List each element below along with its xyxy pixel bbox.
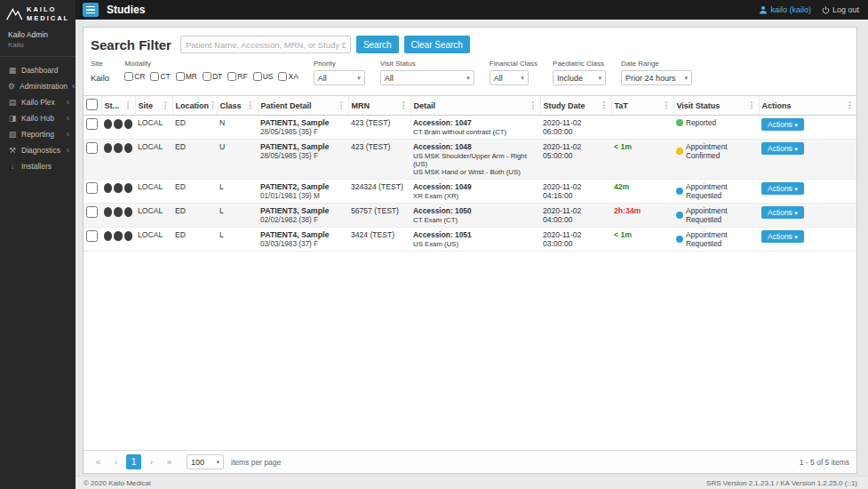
status-icon[interactable] xyxy=(124,207,132,217)
modality-checkbox-us[interactable]: US xyxy=(253,72,274,81)
modality-checkbox-rf[interactable]: RF xyxy=(227,72,247,81)
sidebar-item-kailo-plex[interactable]: ▤Kailo Plex‹ xyxy=(0,94,76,110)
modality-checkbox-input-rf[interactable] xyxy=(227,72,236,81)
search-input[interactable] xyxy=(180,36,351,53)
paediatric-class-select[interactable]: Include▾ xyxy=(553,70,606,85)
page-size-select[interactable]: 100▾ xyxy=(187,454,224,469)
row-actions-button[interactable]: Actions ▾ xyxy=(761,118,804,131)
column-menu-icon[interactable]: ⋮ xyxy=(530,101,538,109)
modality-checkbox-dt[interactable]: DT xyxy=(203,72,222,81)
modality-checkbox-input-us[interactable] xyxy=(253,72,262,81)
column-header-status[interactable]: St... xyxy=(105,101,120,110)
row-actions-button[interactable]: Actions ▾ xyxy=(761,206,804,219)
modality-checkbox-ct[interactable]: CT xyxy=(150,72,170,81)
modality-checkbox-input-dt[interactable] xyxy=(203,72,211,81)
sidebar-item-installers[interactable]: ↓Installers xyxy=(0,158,76,174)
column-header-study-date[interactable]: Study Date xyxy=(544,101,585,110)
column-menu-icon[interactable]: ⋮ xyxy=(247,101,255,109)
status-icon[interactable] xyxy=(124,231,132,241)
status-icon[interactable] xyxy=(124,143,132,153)
page-first-button[interactable]: « xyxy=(91,454,106,469)
priority-select[interactable]: All▾ xyxy=(314,70,365,85)
status-icon[interactable] xyxy=(124,183,132,193)
date-range-select[interactable]: Prior 24 hours▾ xyxy=(621,70,692,85)
status-icon[interactable] xyxy=(104,119,112,129)
table-row: LOCAL ED N PATIENT1, Sample 28/05/1985 (… xyxy=(84,116,856,140)
logo-line2: MEDICAL xyxy=(27,14,69,23)
column-header-site[interactable]: Site xyxy=(139,101,154,110)
sidebar-item-diagnostics[interactable]: ⚒Diagnostics‹ xyxy=(0,142,76,158)
search-filter-heading: Search Filter xyxy=(91,37,171,52)
row-checkbox[interactable] xyxy=(86,230,98,242)
select-all-checkbox[interactable] xyxy=(86,99,98,110)
modality-checkbox-input-ct[interactable] xyxy=(150,72,159,81)
column-menu-icon[interactable]: ⋮ xyxy=(209,101,217,109)
modality-checkbox-input-xa[interactable] xyxy=(278,72,287,81)
clear-search-button[interactable]: Clear Search xyxy=(404,36,470,53)
cell-study-date: 2020-11-02 04:00:00 xyxy=(540,204,611,228)
detail-line: CT Brain without contrast (CT) xyxy=(413,128,538,136)
status-icon[interactable] xyxy=(104,231,112,241)
sidebar-item-dashboard[interactable]: ▦Dashboard xyxy=(0,62,76,78)
page-next-button[interactable]: › xyxy=(144,454,159,469)
status-icon[interactable] xyxy=(114,143,122,153)
status-icon[interactable] xyxy=(114,119,122,129)
column-header-patient-detail[interactable]: Patient Detail xyxy=(261,101,312,110)
column-menu-icon[interactable]: ⋮ xyxy=(846,101,854,109)
row-actions-button[interactable]: Actions ▾ xyxy=(761,142,804,155)
cell-visit-status: Reported xyxy=(673,116,759,140)
status-icon[interactable] xyxy=(104,183,112,193)
modality-checkbox-mr[interactable]: MR xyxy=(176,72,197,81)
user-account-link[interactable]: kailo (kailo) xyxy=(759,5,811,14)
column-menu-icon[interactable]: ⋮ xyxy=(601,101,609,109)
column-menu-icon[interactable]: ⋮ xyxy=(338,101,346,109)
status-icon[interactable] xyxy=(114,231,122,241)
visit-status-select[interactable]: All▾ xyxy=(380,70,474,85)
status-icon[interactable] xyxy=(114,183,122,193)
row-actions-button[interactable]: Actions ▾ xyxy=(761,182,804,195)
row-checkbox[interactable] xyxy=(86,118,98,130)
row-checkbox[interactable] xyxy=(86,206,98,218)
sidebar-item-kailo-hub[interactable]: ◨Kailo Hub‹ xyxy=(0,110,76,126)
column-header-actions[interactable]: Actions xyxy=(762,101,792,110)
table-row: LOCAL ED L PATIENT4, Sample 03/03/1983 (… xyxy=(84,228,856,252)
cell-study-date: 2020-11-02 03:00:00 xyxy=(540,228,611,252)
column-menu-icon[interactable]: ⋮ xyxy=(748,101,756,109)
modality-checkbox-input-mr[interactable] xyxy=(176,72,185,81)
sidebar-item-reporting[interactable]: ▧Reporting‹ xyxy=(0,126,76,142)
status-icon[interactable] xyxy=(104,143,112,153)
modality-checkbox-input-cr[interactable] xyxy=(124,72,133,81)
search-button[interactable]: Search xyxy=(356,36,399,53)
patient-name: PATIENT1, Sample xyxy=(260,118,346,127)
column-header-class[interactable]: Class xyxy=(220,101,242,110)
cell-location: ED xyxy=(172,180,217,204)
page-last-button[interactable]: » xyxy=(162,454,177,469)
row-checkbox[interactable] xyxy=(86,142,98,154)
page-prev-button[interactable]: ‹ xyxy=(108,454,123,469)
column-header-visit-status[interactable]: Visit Status xyxy=(677,101,721,110)
column-menu-icon[interactable]: ⋮ xyxy=(400,101,408,109)
column-header-tat[interactable]: TaT xyxy=(615,101,628,110)
cell-checkbox xyxy=(84,228,101,252)
sidebar-item-administration[interactable]: ⚙Administration‹ xyxy=(0,78,76,94)
page-number-button[interactable]: 1 xyxy=(126,454,141,469)
modality-checkbox-xa[interactable]: XA xyxy=(278,72,298,81)
detail-line: CT Exam (CT) xyxy=(413,216,538,224)
row-checkbox[interactable] xyxy=(86,182,98,194)
status-icon[interactable] xyxy=(124,119,132,129)
column-menu-icon[interactable]: ⋮ xyxy=(663,101,671,109)
cell-class: U xyxy=(217,140,258,180)
column-menu-icon[interactable]: ⋮ xyxy=(124,101,132,109)
menu-toggle-button[interactable] xyxy=(83,3,99,17)
column-header-location[interactable]: Location xyxy=(176,101,210,110)
status-icon[interactable] xyxy=(114,207,122,217)
column-header-detail[interactable]: Detail xyxy=(414,101,436,110)
logout-button[interactable]: Log out xyxy=(822,5,859,14)
column-header-mrn[interactable]: MRN xyxy=(352,101,370,110)
modality-checkbox-cr[interactable]: CR xyxy=(124,72,145,81)
financial-class-select[interactable]: All▾ xyxy=(490,70,529,85)
column-menu-icon[interactable]: ⋮ xyxy=(162,101,170,109)
status-icon[interactable] xyxy=(104,207,112,217)
cell-checkbox xyxy=(84,180,101,204)
row-actions-button[interactable]: Actions ▾ xyxy=(761,230,804,243)
